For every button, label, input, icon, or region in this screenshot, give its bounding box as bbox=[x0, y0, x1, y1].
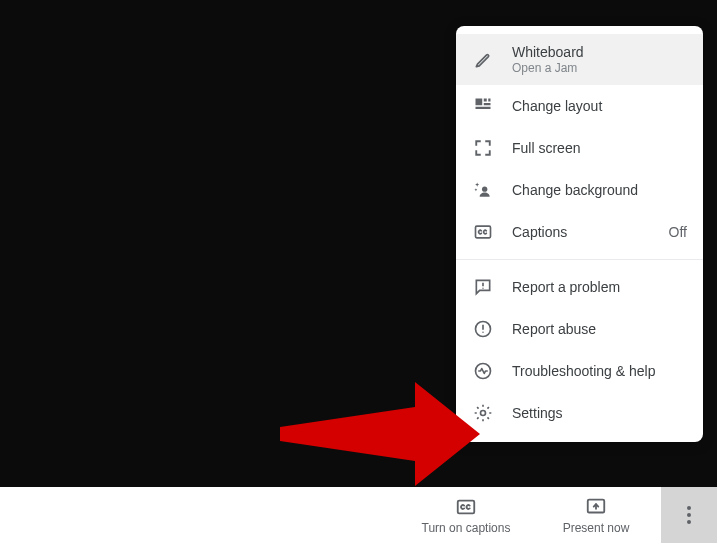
menu-item-label: Report a problem bbox=[512, 279, 687, 295]
layout-icon bbox=[472, 95, 494, 117]
menu-item-troubleshooting[interactable]: Troubleshooting & help bbox=[456, 350, 703, 392]
present-now-button[interactable]: Present now bbox=[531, 487, 661, 543]
menu-item-captions[interactable]: Captions Off bbox=[456, 211, 703, 253]
present-icon bbox=[584, 495, 608, 519]
fullscreen-icon bbox=[472, 137, 494, 159]
captions-icon bbox=[454, 495, 478, 519]
svg-rect-6 bbox=[476, 107, 491, 109]
svg-point-15 bbox=[481, 411, 486, 416]
menu-item-label: Troubleshooting & help bbox=[512, 363, 687, 379]
more-options-button[interactable] bbox=[661, 487, 717, 543]
options-menu: Whiteboard Open a Jam Change layout Full… bbox=[456, 26, 703, 442]
svg-point-10 bbox=[482, 288, 483, 289]
svg-rect-3 bbox=[484, 99, 487, 102]
more-vertical-icon bbox=[687, 506, 691, 524]
svg-rect-5 bbox=[484, 103, 491, 105]
menu-item-change-background[interactable]: Change background bbox=[456, 169, 703, 211]
menu-item-label: Whiteboard bbox=[512, 44, 687, 60]
captions-icon bbox=[472, 221, 494, 243]
menu-item-whiteboard[interactable]: Whiteboard Open a Jam bbox=[456, 34, 703, 85]
menu-item-change-layout[interactable]: Change layout bbox=[456, 85, 703, 127]
svg-point-7 bbox=[482, 187, 487, 192]
menu-item-label: Settings bbox=[512, 405, 687, 421]
menu-item-report-abuse[interactable]: Report abuse bbox=[456, 308, 703, 350]
sparkle-person-icon bbox=[472, 179, 494, 201]
activity-icon bbox=[472, 360, 494, 382]
pencil-icon bbox=[472, 49, 494, 71]
menu-item-label: Captions bbox=[512, 224, 651, 240]
turn-on-captions-button[interactable]: Turn on captions bbox=[401, 487, 531, 543]
svg-point-13 bbox=[482, 332, 484, 334]
svg-rect-2 bbox=[476, 99, 483, 106]
gear-icon bbox=[472, 402, 494, 424]
menu-item-label: Full screen bbox=[512, 140, 687, 156]
menu-item-settings[interactable]: Settings bbox=[456, 392, 703, 434]
menu-item-report-problem[interactable]: Report a problem bbox=[456, 266, 703, 308]
menu-item-label: Report abuse bbox=[512, 321, 687, 337]
menu-divider bbox=[456, 259, 703, 260]
menu-item-full-screen[interactable]: Full screen bbox=[456, 127, 703, 169]
menu-item-label: Change layout bbox=[512, 98, 687, 114]
turn-on-captions-label: Turn on captions bbox=[422, 521, 511, 535]
menu-item-sublabel: Open a Jam bbox=[512, 61, 687, 75]
present-now-label: Present now bbox=[563, 521, 630, 535]
svg-rect-4 bbox=[488, 99, 490, 102]
menu-item-label: Change background bbox=[512, 182, 687, 198]
bottom-bar: Turn on captions Present now bbox=[0, 487, 717, 543]
captions-state: Off bbox=[669, 224, 687, 240]
feedback-icon bbox=[472, 276, 494, 298]
alert-circle-icon bbox=[472, 318, 494, 340]
